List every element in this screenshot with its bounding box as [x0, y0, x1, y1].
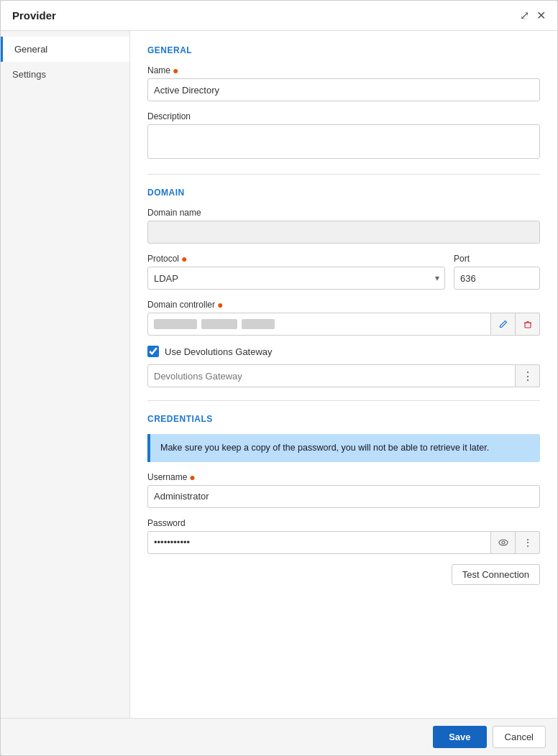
- protocol-label: Protocol ●: [147, 254, 445, 264]
- dialog-footer: Save Cancel: [1, 718, 557, 755]
- username-label: Username ●: [147, 472, 540, 482]
- domain-controller-required-dot: ●: [217, 300, 223, 310]
- port-field: Port: [454, 254, 540, 290]
- test-connection-row: Test Connection: [147, 564, 540, 585]
- password-input[interactable]: [147, 531, 491, 554]
- password-menu-button[interactable]: ⋮: [516, 531, 540, 554]
- gateway-input[interactable]: [147, 364, 516, 387]
- password-show-button[interactable]: [491, 531, 516, 554]
- domain-name-input[interactable]: [147, 221, 540, 244]
- protocol-required-dot: ●: [181, 254, 187, 264]
- protocol-select[interactable]: LDAP LDAPS: [147, 267, 445, 290]
- general-section-title: GENERAL: [147, 45, 540, 55]
- name-field-group: Name ●: [147, 65, 540, 101]
- protocol-select-wrapper: LDAP LDAPS ▾: [147, 267, 445, 290]
- name-required-dot: ●: [173, 65, 178, 75]
- dc-block-2: [201, 319, 237, 329]
- domain-controller-field-group: Domain controller ●: [147, 300, 540, 336]
- gateway-row: ⋮: [147, 364, 540, 387]
- main-content: GENERAL Name ● Description DOMAIN Dom: [130, 31, 557, 718]
- gateway-menu-button[interactable]: ⋮: [516, 364, 540, 387]
- expand-icon[interactable]: ⤢: [520, 10, 529, 22]
- dc-block-3: [242, 319, 275, 329]
- sidebar: General Settings: [1, 31, 130, 718]
- svg-point-1: [499, 540, 508, 545]
- use-gateway-row: Use Devolutions Gateway: [147, 346, 540, 357]
- domain-name-label: Domain name: [147, 208, 540, 218]
- name-label: Name ●: [147, 65, 540, 75]
- dialog-header: Provider ⤢ ✕: [1, 1, 557, 31]
- svg-point-2: [502, 541, 505, 544]
- port-input[interactable]: [454, 267, 540, 290]
- divider-1: [147, 174, 540, 175]
- test-connection-button[interactable]: Test Connection: [452, 564, 540, 585]
- password-field-group: Password ⋮: [147, 518, 540, 554]
- domain-controller-row: [147, 313, 540, 336]
- divider-2: [147, 400, 540, 401]
- domain-controller-delete-button[interactable]: [516, 313, 540, 336]
- sidebar-item-settings[interactable]: Settings: [1, 62, 129, 87]
- credentials-info-box: Make sure you keep a copy of the passwor…: [147, 434, 540, 462]
- cancel-button[interactable]: Cancel: [493, 726, 546, 748]
- username-field-group: Username ●: [147, 472, 540, 508]
- edit-icon: [498, 319, 508, 329]
- password-row: ⋮: [147, 531, 540, 554]
- username-input[interactable]: [147, 485, 540, 508]
- header-icons: ⤢ ✕: [520, 10, 546, 22]
- save-button[interactable]: Save: [433, 726, 486, 748]
- description-field-group: Description: [147, 111, 540, 161]
- description-input[interactable]: [147, 124, 540, 159]
- use-gateway-label[interactable]: Use Devolutions Gateway: [165, 346, 273, 357]
- protocol-field: Protocol ● LDAP LDAPS ▾: [147, 254, 445, 290]
- description-label: Description: [147, 111, 540, 121]
- eye-icon: [498, 537, 509, 548]
- domain-controller-label: Domain controller ●: [147, 300, 540, 310]
- dialog-title: Provider: [12, 9, 56, 22]
- sidebar-item-general[interactable]: General: [1, 37, 129, 62]
- domain-controller-edit-button[interactable]: [491, 313, 516, 336]
- username-required-dot: ●: [189, 472, 195, 482]
- dialog-body: General Settings GENERAL Name ● Descript…: [1, 31, 557, 718]
- close-icon[interactable]: ✕: [536, 10, 546, 22]
- domain-section-title: DOMAIN: [147, 188, 540, 198]
- trash-icon: [523, 319, 533, 329]
- svg-rect-0: [525, 323, 531, 328]
- dc-block-1: [154, 319, 197, 329]
- use-gateway-checkbox[interactable]: [147, 346, 159, 357]
- ellipsis-icon: ⋮: [522, 369, 534, 383]
- dc-blocks: [154, 319, 275, 329]
- protocol-port-group: Protocol ● LDAP LDAPS ▾ Port: [147, 254, 540, 290]
- provider-dialog: Provider ⤢ ✕ General Settings GENERAL Na…: [0, 0, 558, 756]
- password-ellipsis-icon: ⋮: [523, 537, 533, 548]
- port-label: Port: [454, 254, 540, 264]
- domain-controller-input[interactable]: [147, 313, 491, 336]
- credentials-section-title: CREDENTIALS: [147, 414, 540, 424]
- domain-name-field-group: Domain name: [147, 208, 540, 244]
- password-label: Password: [147, 518, 540, 528]
- name-input[interactable]: [147, 78, 540, 101]
